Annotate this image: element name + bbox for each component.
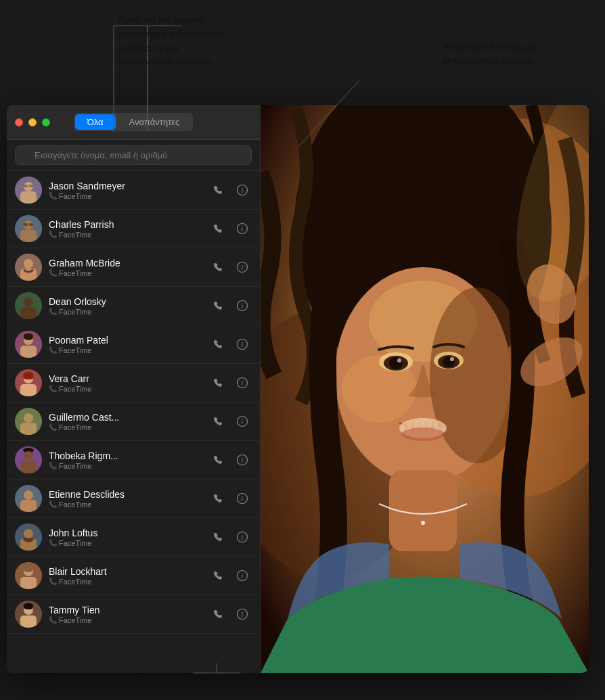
call-button[interactable] xyxy=(208,412,227,431)
info-button[interactable]: i xyxy=(233,335,252,354)
contact-item[interactable]: Vera Carr📞 FaceTimei xyxy=(7,364,260,402)
phone-icon: 📞 xyxy=(49,578,57,585)
contact-info: Thobeka Rigm...📞 FaceTime xyxy=(49,450,203,470)
close-button[interactable] xyxy=(15,118,23,126)
subtitle-text: FaceTime xyxy=(59,578,92,586)
subtitle-text: FaceTime xyxy=(59,500,92,509)
contact-item[interactable]: Charles Parrish📞 FaceTimei xyxy=(7,210,260,248)
call-button[interactable] xyxy=(208,489,227,508)
svg-rect-53 xyxy=(20,500,37,512)
phone-icon: 📞 xyxy=(49,539,57,546)
contact-item[interactable]: Tammy Tien📞 FaceTimei xyxy=(7,595,260,634)
right-panel xyxy=(261,105,589,673)
avatar xyxy=(15,601,42,628)
info-button[interactable]: i xyxy=(233,605,252,624)
phone-icon: 📞 xyxy=(49,462,57,469)
info-button[interactable]: i xyxy=(233,450,252,469)
call-button[interactable] xyxy=(208,335,227,354)
svg-point-42 xyxy=(24,413,33,423)
svg-text:i: i xyxy=(242,457,244,464)
call-button[interactable] xyxy=(208,181,227,200)
call-button[interactable] xyxy=(208,528,227,546)
maximize-button[interactable] xyxy=(42,118,50,126)
call-button[interactable] xyxy=(208,373,227,392)
call-button[interactable] xyxy=(208,605,227,624)
phone-icon: 📞 xyxy=(49,616,57,624)
svg-text:i: i xyxy=(242,534,244,541)
info-button[interactable]: i xyxy=(233,373,252,392)
svg-text:i: i xyxy=(242,379,244,387)
avatar xyxy=(15,485,42,512)
minimize-button[interactable] xyxy=(28,118,37,126)
contact-item[interactable]: Jason Sandmeyer📞 FaceTimei xyxy=(7,171,260,210)
info-button[interactable]: i xyxy=(233,181,252,200)
subtitle-text: FaceTime xyxy=(59,423,92,431)
contact-item[interactable]: Poonam Patel📞 FaceTimei xyxy=(7,325,260,364)
contact-name: Poonam Patel xyxy=(49,335,203,346)
svg-text:i: i xyxy=(242,302,244,310)
subtitle-text: FaceTime xyxy=(59,385,92,393)
svg-text:i: i xyxy=(242,264,244,271)
phone-icon: 📞 xyxy=(49,346,57,354)
contact-info: Vera Carr📞 FaceTime xyxy=(49,373,203,393)
contact-item[interactable]: Thobeka Rigm...📞 FaceTimei xyxy=(7,441,260,480)
svg-rect-10 xyxy=(24,185,28,187)
info-button[interactable]: i xyxy=(233,219,252,238)
contact-subtitle: 📞 FaceTime xyxy=(49,423,203,431)
call-button[interactable] xyxy=(208,450,227,469)
phone-icon: 📞 xyxy=(49,385,57,392)
contact-actions: i xyxy=(208,450,252,469)
tab-all[interactable]: Όλα xyxy=(75,114,116,130)
contact-item[interactable]: John Loftus📞 FaceTimei xyxy=(7,518,260,557)
contact-item[interactable]: Blair Lockhart📞 FaceTimei xyxy=(7,557,260,595)
svg-point-57 xyxy=(24,529,33,538)
contact-subtitle: 📞 FaceTime xyxy=(49,462,203,470)
svg-text:i: i xyxy=(242,225,244,233)
contact-item[interactable]: Dean Orlosky📞 FaceTimei xyxy=(7,287,260,325)
contact-actions: i xyxy=(208,373,252,392)
contact-item[interactable]: Etienne Desclides📞 FaceTimei xyxy=(7,480,260,518)
contact-actions: i xyxy=(208,489,252,508)
avatar xyxy=(15,369,42,396)
contact-subtitle: 📞 FaceTime xyxy=(49,346,203,354)
contact-item[interactable]: Guillermo Cast...📞 FaceTimei xyxy=(7,402,260,441)
avatar xyxy=(15,446,42,473)
contact-info: Jason Sandmeyer📞 FaceTime xyxy=(49,181,203,200)
contact-name: Vera Carr xyxy=(49,373,203,384)
info-button[interactable]: i xyxy=(233,412,252,431)
svg-text:i: i xyxy=(242,418,244,425)
search-input[interactable] xyxy=(15,145,252,165)
tab-missed[interactable]: Αναπάντητες xyxy=(117,114,192,130)
call-button[interactable] xyxy=(208,566,227,585)
phone-icon: 📞 xyxy=(49,231,57,238)
svg-text:i: i xyxy=(242,187,244,194)
contact-actions: i xyxy=(208,566,252,585)
svg-point-88 xyxy=(401,427,445,441)
contact-name: Thobeka Rigm... xyxy=(49,450,203,461)
info-button[interactable]: i xyxy=(233,296,252,315)
contact-name: Charles Parrish xyxy=(49,219,203,230)
search-wrapper: 🔍 xyxy=(15,145,252,165)
phone-icon: 📞 xyxy=(49,423,57,431)
svg-point-82 xyxy=(397,358,401,363)
contact-info: Tammy Tien📞 FaceTime xyxy=(49,605,203,624)
traffic-lights xyxy=(15,118,50,126)
call-button[interactable] xyxy=(208,296,227,315)
info-button[interactable]: i xyxy=(233,258,252,277)
info-button[interactable]: i xyxy=(233,528,252,546)
contact-name: Tammy Tien xyxy=(49,605,203,615)
subtitle-text: FaceTime xyxy=(59,539,92,547)
avatar xyxy=(15,215,42,242)
call-button[interactable] xyxy=(208,219,227,238)
contact-actions: i xyxy=(208,335,252,354)
subtitle-text: FaceTime xyxy=(59,269,92,277)
svg-text:i: i xyxy=(242,495,244,503)
info-button[interactable]: i xyxy=(233,489,252,508)
svg-rect-23 xyxy=(20,269,37,281)
call-button[interactable] xyxy=(208,258,227,277)
avatar xyxy=(15,562,42,589)
svg-rect-11 xyxy=(29,185,33,187)
info-button[interactable]: i xyxy=(233,566,252,585)
contact-item[interactable]: Graham McBride📞 FaceTimei xyxy=(7,248,260,287)
svg-text:i: i xyxy=(242,611,244,618)
